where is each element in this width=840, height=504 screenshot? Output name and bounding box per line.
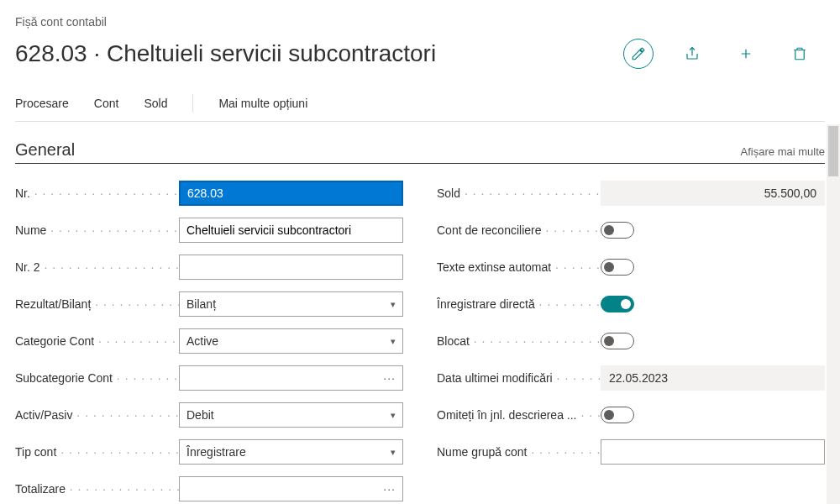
pencil-icon [631,46,646,61]
toggle-directa[interactable] [601,296,634,312]
edit-button[interactable] [623,39,654,69]
label-categorie: Categorie Cont [15,334,179,348]
input-nr[interactable] [179,181,403,206]
toolbar-sold[interactable]: Sold [144,97,167,110]
toggle-omiteti[interactable] [601,407,634,423]
toggle-blocat[interactable] [601,333,634,349]
trash-icon [792,46,807,61]
section-title-general[interactable]: General [15,140,75,160]
share-icon [685,46,700,61]
toolbar-more-options[interactable]: Mai multe opțiuni [218,97,307,110]
show-more-link[interactable]: Afișare mai multe [741,145,825,158]
label-sold: Sold [437,186,601,200]
chevron-down-icon: ▾ [386,447,396,458]
toolbar-procesare[interactable]: Procesare [15,97,69,110]
header-actions [623,39,825,69]
select-activpasiv[interactable]: Debit▾ [179,402,403,428]
input-nume[interactable] [179,218,403,243]
select-tipcont[interactable]: Înregistrare▾ [179,439,403,465]
lookup-subcategorie[interactable]: ··· [179,365,403,391]
label-rezultat: Rezultat/Bilanț [15,297,179,311]
delete-button[interactable] [785,39,815,69]
label-nume: Nume [15,223,179,237]
chevron-down-icon: ▾ [386,410,396,421]
label-omiteti: Omiteți în jnl. descrierea ... [437,408,601,422]
ellipsis-icon: ··· [383,482,396,496]
chevron-down-icon: ▾ [386,336,396,347]
toolbar-cont[interactable]: Cont [94,97,119,110]
label-nr: Nr. [15,186,179,200]
scrollbar-thumb[interactable] [828,126,838,176]
label-grupa: Nume grupă cont [437,445,601,459]
select-rezultat[interactable]: Bilanț▾ [179,291,403,317]
label-reconciliere: Cont de reconciliere [437,223,601,237]
value-data: 22.05.2023 [601,365,825,391]
label-blocat: Blocat [437,334,601,348]
lookup-totalizare[interactable]: ··· [179,476,403,501]
vertical-scrollbar[interactable] [827,124,840,504]
label-totalizare: Totalizare [15,482,179,496]
label-subcategorie: Subcategorie Cont [15,371,179,385]
toolbar-separator [192,94,193,113]
label-tipcont: Tip cont [15,445,179,459]
toggle-reconciliere[interactable] [601,222,634,239]
label-activpasiv: Activ/Pasiv [15,408,179,422]
breadcrumb[interactable]: Fișă cont contabil [15,15,825,29]
toggle-texte[interactable] [601,259,634,276]
input-nr2[interactable] [179,255,403,280]
toolbar: Procesare Cont Sold Mai multe opțiuni [15,94,825,122]
ellipsis-icon: ··· [383,371,396,385]
input-grupa[interactable] [601,439,825,465]
label-nr2: Nr. 2 [15,260,179,274]
value-sold[interactable]: 55.500,00 [601,181,825,206]
share-button[interactable] [677,39,707,69]
page-title: 628.03 · Cheltuieli servicii subcontract… [15,40,436,67]
plus-icon [738,46,753,61]
select-categorie[interactable]: Active▾ [179,328,403,354]
label-data: Data ultimei modificări [437,371,601,385]
label-directa: Înregistrare directă [437,297,601,311]
new-button[interactable] [731,39,761,69]
chevron-down-icon: ▾ [386,299,396,310]
label-texte: Texte extinse automat [437,260,601,274]
